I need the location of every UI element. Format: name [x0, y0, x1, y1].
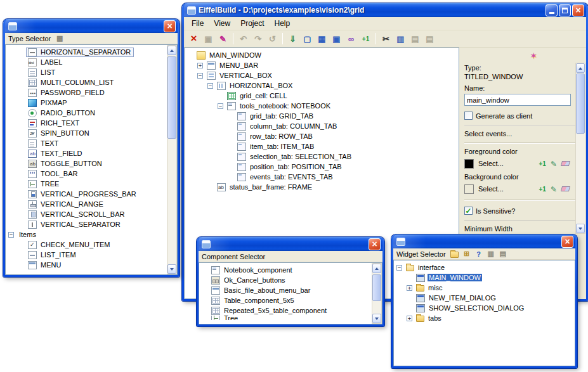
tree-item-horizontal-separator[interactable]: HORIZONTAL_SEPARATOR: [6, 47, 177, 57]
tree-item-repeated-5x5-table-component[interactable]: Repeated_5x5_table_component: [199, 305, 382, 316]
tree-item-tree[interactable]: Tree: [199, 316, 382, 320]
tree-item-list-item[interactable]: LIST_ITEM: [6, 250, 177, 260]
properties-scrollbar[interactable]: [575, 63, 585, 234]
tree-item-basic-file-about-menu-bar[interactable]: Basic_file_about_menu_bar: [199, 285, 382, 295]
foreground-select-button[interactable]: Select...: [478, 160, 504, 167]
component-list[interactable]: Notebook_componentOk_Cancel_buttonsBasic…: [199, 262, 382, 324]
tree-item-status-bar-frame-frame[interactable]: status_bar_frame: FRAME: [185, 182, 459, 192]
scroll-down-button[interactable]: [372, 314, 381, 323]
delete-button[interactable]: ×: [187, 32, 200, 46]
preview-window-button[interactable]: ▣: [330, 32, 343, 46]
scroll-thumb[interactable]: [167, 56, 176, 139]
generate-client-checkbox[interactable]: [464, 112, 473, 120]
foreground-pencil-icon[interactable]: [551, 158, 557, 169]
tree-item-notebook-component[interactable]: Notebook_component: [199, 265, 382, 275]
cut-button[interactable]: ✂: [379, 32, 393, 46]
tree-item-toggle-button[interactable]: TOGGLE_BUTTON: [6, 158, 177, 169]
name-input[interactable]: [464, 94, 571, 106]
tree-item-ok-cancel-buttons[interactable]: Ok_Cancel_buttons: [199, 275, 382, 285]
tree-item-tree[interactable]: TREE: [6, 179, 177, 189]
wand-icon[interactable]: [530, 50, 537, 60]
background-color-swatch[interactable]: [464, 184, 474, 194]
minimize-button[interactable]: [546, 4, 558, 16]
tree-item-items[interactable]: −Items: [6, 229, 177, 240]
background-pencil-icon[interactable]: [551, 183, 557, 195]
tree-item-label[interactable]: LABEL: [6, 57, 177, 67]
select-events-link[interactable]: Select events...: [464, 130, 581, 138]
background-select-button[interactable]: Select...: [478, 185, 504, 193]
background-add-icon[interactable]: +1: [539, 186, 546, 193]
foreground-add-icon[interactable]: +1: [539, 160, 546, 167]
collapse-icon[interactable]: −: [207, 83, 213, 89]
type-selector-close-button[interactable]: [164, 20, 176, 32]
tree-item-main-window[interactable]: MAIN_WINDOW: [394, 273, 575, 283]
tree-item-menu-bar[interactable]: +MENU_BAR: [185, 60, 459, 70]
scroll-up-button[interactable]: [167, 46, 176, 55]
foreground-eraser-icon[interactable]: [561, 161, 570, 166]
tree-item-grid-tab-grid-tab[interactable]: grid_tab: GRID_TAB: [185, 111, 459, 121]
collapse-icon[interactable]: −: [8, 232, 14, 238]
pick-and-drop-button[interactable]: ✎: [216, 32, 230, 46]
tree-item-position-tab-position-tab[interactable]: position_tab: POSITION_TAB: [185, 162, 459, 172]
type-selector-tree[interactable]: HORIZONTAL_SEPARATORLABELLISTMULTI_COLUM…: [5, 44, 178, 275]
tree-item-menu[interactable]: MENU: [6, 260, 177, 270]
widget-selector-titlebar[interactable]: [393, 234, 575, 248]
type-selector-titlebar[interactable]: [5, 19, 178, 33]
scroll-up-button[interactable]: [576, 63, 585, 73]
collapse-icon[interactable]: −: [197, 73, 203, 79]
tree-item-text[interactable]: TEXT: [6, 138, 177, 148]
show-grid-window-button[interactable]: ▦: [315, 32, 329, 46]
tree-item-multi-column-list[interactable]: MULTI_COLUMN_LIST: [6, 77, 177, 87]
paste-widget-button[interactable]: ▤: [498, 249, 508, 259]
tree-item-radio-button[interactable]: RADIO_BUTTON: [6, 108, 177, 118]
tree-item-text-field[interactable]: TEXT_FIELD: [6, 148, 177, 158]
expand-icon[interactable]: +: [197, 63, 203, 68]
menu-project[interactable]: Project: [235, 18, 269, 29]
tree-item-vertical-separator[interactable]: VERTICAL_SEPARATOR: [6, 219, 177, 229]
tree-item-table-component-5x5[interactable]: Table_component_5x5: [199, 295, 382, 305]
scroll-up-button[interactable]: [372, 264, 381, 273]
is-sensitive-checkbox[interactable]: [464, 207, 473, 215]
tree-item-tool-bar[interactable]: TOOL_BAR: [6, 169, 177, 179]
tree-item-new-item-dialog[interactable]: NEW_ITEM_DIALOG: [394, 293, 575, 303]
scroll-down-button[interactable]: [576, 224, 585, 233]
tree-item-events-tab-events-tab[interactable]: events_tab: EVENTS_TAB: [185, 172, 459, 182]
tree-item-row-tab-row-tab[interactable]: row_tab: ROW_TAB: [185, 131, 459, 141]
component-selector-close-button[interactable]: [369, 238, 381, 250]
tree-item-horizontal-box[interactable]: −HORIZONTAL_BOX: [185, 80, 459, 91]
component-selector-titlebar[interactable]: [199, 237, 382, 251]
copy-button[interactable]: ▥: [394, 32, 407, 46]
tree-item-column-tab-column-tab[interactable]: column_tab: COLUMN_TAB: [185, 121, 459, 131]
tree-item-tabs[interactable]: +tabs: [394, 313, 575, 323]
tree-item-password-field[interactable]: PASSWORD_FIELD: [6, 87, 177, 98]
tree-item-tools-notebook-notebook[interactable]: −tools_notebook: NOTEBOOK: [185, 101, 459, 111]
tree-item-vertical-progress-bar[interactable]: VERTICAL_PROGRESS_BAR: [6, 189, 177, 199]
tree-item-pixmap[interactable]: PIXMAP: [6, 98, 177, 108]
tree-item-vertical-scroll-bar[interactable]: VERTICAL_SCROLL_BAR: [6, 209, 177, 219]
scroll-thumb[interactable]: [372, 274, 381, 301]
generate-code-button[interactable]: ⇓: [286, 32, 299, 46]
widget-selector-close-button[interactable]: [561, 236, 573, 248]
collapse-icon[interactable]: −: [396, 265, 402, 271]
tree-item-grid-cell-cell[interactable]: grid_cell: CELL: [185, 91, 459, 101]
add-widget-button[interactable]: ⊞: [462, 249, 472, 259]
tree-item-show-selection-dialog[interactable]: SHOW_SELECTION_DIALOG: [394, 303, 575, 313]
copy-widget-button[interactable]: ▥: [486, 249, 496, 259]
menu-file[interactable]: File: [186, 18, 209, 29]
close-button[interactable]: [572, 4, 584, 16]
tree-item-interface[interactable]: −interface: [394, 262, 575, 273]
show-builder-window-button[interactable]: ▢: [301, 32, 314, 46]
component-selector-scrollbar[interactable]: [372, 263, 382, 324]
tree-item-list[interactable]: LIST: [6, 67, 177, 77]
tree-item-spin-button[interactable]: SPIN_BUTTON: [6, 128, 177, 138]
expand-icon[interactable]: +: [407, 316, 412, 321]
tree-item-main-window[interactable]: MAIN_WINDOW: [185, 50, 459, 60]
widget-tree[interactable]: −interfaceMAIN_WINDOW+miscNEW_ITEM_DIALO…: [393, 260, 575, 366]
dock-button[interactable]: ▦: [55, 34, 65, 43]
tree-item-rich-text[interactable]: RICH_TEXT: [6, 118, 177, 128]
foreground-color-swatch[interactable]: [464, 159, 474, 169]
tree-item-misc[interactable]: +misc: [394, 283, 575, 293]
main-titlebar[interactable]: EiffelBuild - D:\projects\examples\visio…: [184, 3, 586, 17]
help-button[interactable]: ?: [474, 249, 484, 259]
add-one-button[interactable]: +1: [359, 32, 372, 46]
